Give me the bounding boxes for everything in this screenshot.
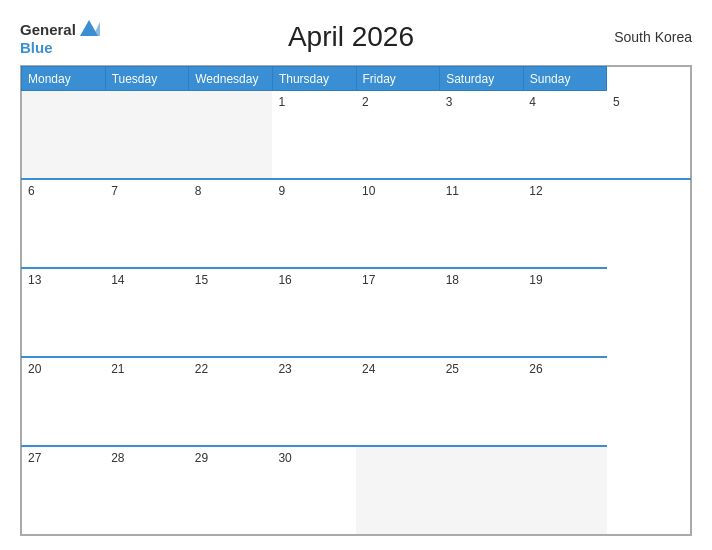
day-header-tuesday: Tuesday	[105, 67, 189, 91]
calendar-cell: 12	[523, 179, 607, 268]
calendar-cell: 22	[189, 357, 273, 446]
calendar-cell: 10	[356, 179, 440, 268]
day-number: 11	[446, 184, 459, 198]
region-label: South Korea	[602, 29, 692, 45]
day-header-thursday: Thursday	[272, 67, 356, 91]
calendar-cell: 25	[440, 357, 524, 446]
day-number: 22	[195, 362, 208, 376]
calendar-week-0: 12345	[22, 91, 691, 180]
calendar-cell: 4	[523, 91, 607, 180]
calendar-cell: 13	[22, 268, 106, 357]
day-number: 8	[195, 184, 202, 198]
calendar-cell: 8	[189, 179, 273, 268]
calendar-table: MondayTuesdayWednesdayThursdayFridaySatu…	[21, 66, 691, 535]
calendar-cell: 6	[22, 179, 106, 268]
calendar-cell: 2	[356, 91, 440, 180]
day-number: 5	[613, 95, 620, 109]
day-number: 2	[362, 95, 369, 109]
day-number: 28	[111, 451, 124, 465]
day-number: 13	[28, 273, 41, 287]
calendar-cell	[22, 91, 106, 180]
calendar-cell: 7	[105, 179, 189, 268]
calendar-week-2: 13141516171819	[22, 268, 691, 357]
day-header-monday: Monday	[22, 67, 106, 91]
calendar-cell: 9	[272, 179, 356, 268]
calendar-cell: 1	[272, 91, 356, 180]
calendar-header: MondayTuesdayWednesdayThursdayFridaySatu…	[22, 67, 691, 91]
day-number: 14	[111, 273, 124, 287]
days-header-row: MondayTuesdayWednesdayThursdayFridaySatu…	[22, 67, 691, 91]
calendar-body: 1234567891011121314151617181920212223242…	[22, 91, 691, 535]
calendar-cell: 27	[22, 446, 106, 535]
day-header-friday: Friday	[356, 67, 440, 91]
calendar-cell: 19	[523, 268, 607, 357]
calendar-cell: 28	[105, 446, 189, 535]
calendar-cell	[523, 446, 607, 535]
calendar-week-1: 6789101112	[22, 179, 691, 268]
day-number: 4	[529, 95, 536, 109]
day-number: 27	[28, 451, 41, 465]
day-number: 20	[28, 362, 41, 376]
day-number: 10	[362, 184, 375, 198]
day-number: 18	[446, 273, 459, 287]
day-number: 24	[362, 362, 375, 376]
calendar-cell: 5	[607, 91, 691, 180]
day-header-wednesday: Wednesday	[189, 67, 273, 91]
day-number: 7	[111, 184, 118, 198]
calendar-cell: 3	[440, 91, 524, 180]
calendar-cell: 29	[189, 446, 273, 535]
logo-general-text: General	[20, 22, 76, 37]
day-number: 1	[278, 95, 285, 109]
calendar-cell	[356, 446, 440, 535]
day-number: 12	[529, 184, 542, 198]
logo-blue-text: Blue	[20, 40, 53, 55]
calendar-cell: 15	[189, 268, 273, 357]
calendar-cell: 21	[105, 357, 189, 446]
calendar-container: MondayTuesdayWednesdayThursdayFridaySatu…	[20, 65, 692, 536]
calendar-cell: 26	[523, 357, 607, 446]
calendar-cell: 20	[22, 357, 106, 446]
day-number: 16	[278, 273, 291, 287]
day-number: 29	[195, 451, 208, 465]
day-number: 26	[529, 362, 542, 376]
logo: General Blue	[20, 18, 100, 55]
day-number: 15	[195, 273, 208, 287]
page: General Blue April 2026 South Korea Mond…	[0, 0, 712, 550]
day-number: 21	[111, 362, 124, 376]
calendar-cell	[189, 91, 273, 180]
calendar-week-4: 27282930	[22, 446, 691, 535]
calendar-cell: 14	[105, 268, 189, 357]
calendar-cell: 24	[356, 357, 440, 446]
day-number: 25	[446, 362, 459, 376]
calendar-cell	[105, 91, 189, 180]
day-number: 23	[278, 362, 291, 376]
calendar-cell	[440, 446, 524, 535]
day-number: 6	[28, 184, 35, 198]
calendar-cell: 16	[272, 268, 356, 357]
day-number: 9	[278, 184, 285, 198]
day-number: 19	[529, 273, 542, 287]
day-number: 17	[362, 273, 375, 287]
calendar-week-3: 20212223242526	[22, 357, 691, 446]
day-number: 3	[446, 95, 453, 109]
logo-icon	[78, 18, 100, 40]
calendar-cell: 23	[272, 357, 356, 446]
calendar-cell: 17	[356, 268, 440, 357]
day-header-sunday: Sunday	[523, 67, 607, 91]
calendar-cell: 30	[272, 446, 356, 535]
calendar-title: April 2026	[100, 21, 602, 53]
calendar-cell: 18	[440, 268, 524, 357]
calendar-cell: 11	[440, 179, 524, 268]
header: General Blue April 2026 South Korea	[20, 18, 692, 55]
day-header-saturday: Saturday	[440, 67, 524, 91]
day-number: 30	[278, 451, 291, 465]
